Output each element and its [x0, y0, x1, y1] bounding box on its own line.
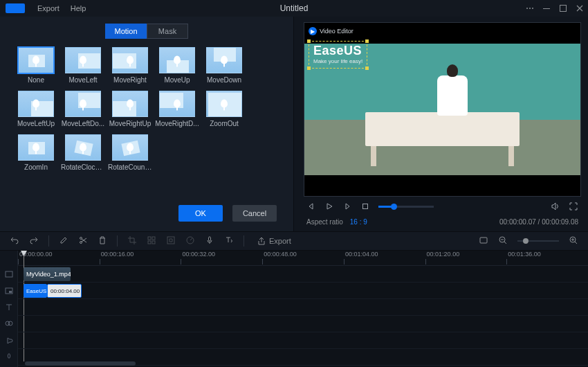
ruler-tick: 00:00:16.00: [100, 251, 181, 265]
motion-item-moveleftdown[interactable]: MoveLeftDo...: [61, 91, 105, 127]
prev-frame-icon[interactable]: [306, 202, 316, 211]
track-head-video-icon[interactable]: [0, 266, 17, 283]
text-clip-easeus[interactable]: EaseUS: [24, 284, 47, 298]
motion-item-rotatecount[interactable]: RotateCount...: [108, 134, 152, 171]
motion-label: RotateCount...: [108, 163, 152, 171]
tab-mask[interactable]: Mask: [147, 24, 188, 39]
edit-icon[interactable]: [59, 235, 68, 247]
zoom-in-icon[interactable]: [569, 235, 578, 247]
zoom-slider[interactable]: [517, 240, 559, 242]
cancel-button[interactable]: Cancel: [232, 205, 277, 222]
motion-item-zoomout[interactable]: ZoomOut: [202, 91, 246, 127]
svg-point-22: [8, 321, 12, 325]
svg-rect-10: [148, 241, 151, 244]
track-video[interactable]: MyVideo_1.mp4: [18, 266, 588, 283]
minimize-icon[interactable]: [542, 4, 551, 12]
export-button[interactable]: Export: [257, 236, 291, 246]
motion-item-rotateclock45[interactable]: RotateClock45: [61, 134, 105, 171]
svg-rect-5: [363, 204, 368, 209]
svg-rect-18: [6, 271, 12, 277]
motion-item-zoomin[interactable]: ZoomIn: [14, 134, 58, 171]
motion-item-none[interactable]: None: [14, 47, 58, 84]
track-head-filter-icon[interactable]: [0, 316, 17, 332]
close-icon[interactable]: [576, 4, 584, 12]
preview-pane: ▶Video Editor EaseUS Make your life easy…: [294, 17, 588, 231]
motion-item-moveleft[interactable]: MoveLeft: [61, 47, 105, 84]
track-filter[interactable]: [18, 316, 588, 332]
track-pip[interactable]: EaseUS 00:00:04.00: [18, 283, 588, 299]
mosaic-icon[interactable]: [147, 235, 156, 247]
ok-button[interactable]: OK: [178, 205, 223, 222]
marker-icon[interactable]: [479, 235, 488, 247]
motion-label: None: [14, 76, 58, 84]
motion-item-moveleftup[interactable]: MoveLeftUp: [14, 91, 58, 127]
motion-label: MoveLeftDo...: [61, 120, 105, 127]
speaker-icon[interactable]: [551, 202, 560, 211]
motion-label: RotateClock45: [61, 163, 105, 171]
aspect-value[interactable]: 16 : 9: [350, 218, 367, 226]
tracks-area[interactable]: 00:00:00.00 00:00:16.00 00:00:32.00 00:0…: [18, 251, 588, 367]
svg-point-2: [532, 8, 533, 9]
track-head-audio-icon[interactable]: [0, 332, 17, 349]
preview-meta: Aspect ratio 16 : 9 00:00:00.07 / 00:00:…: [304, 216, 581, 229]
overlay-text-line1: EaseUS: [313, 44, 362, 58]
motion-panel: Motion Mask None MoveLeft MoveRight Move…: [0, 17, 294, 231]
time-ruler[interactable]: 00:00:00.00 00:00:16.00 00:00:32.00 00:0…: [18, 251, 588, 266]
track-head-voice-icon[interactable]: [0, 349, 17, 366]
ruler-tick: 00:01:20.00: [425, 251, 507, 265]
motion-label: MoveLeftUp: [14, 120, 58, 127]
crop-icon[interactable]: [127, 235, 137, 247]
svg-point-1: [529, 8, 531, 9]
svg-point-0: [526, 8, 528, 9]
delete-icon[interactable]: [98, 235, 107, 247]
ruler-tick: 00:00:00.00: [18, 251, 100, 265]
track-head-pip-icon[interactable]: [0, 283, 17, 299]
svg-rect-20: [9, 291, 12, 293]
motion-item-moveright[interactable]: MoveRight: [108, 47, 152, 84]
voiceover-icon[interactable]: [205, 235, 214, 247]
text-overlay-selection[interactable]: EaseUS Make your life easy!: [309, 41, 367, 69]
redo-icon[interactable]: [29, 235, 39, 247]
track-audio[interactable]: [18, 332, 588, 349]
timeline-toolbar: Export: [0, 231, 588, 251]
volume-slider[interactable]: [378, 206, 434, 208]
menu-export[interactable]: Export: [37, 4, 59, 12]
ruler-tick: 00:00:32.00: [181, 251, 262, 265]
tab-motion[interactable]: Motion: [105, 24, 147, 39]
motion-item-moverightdown[interactable]: MoveRightD...: [155, 91, 199, 127]
menu-help[interactable]: Help: [71, 4, 86, 12]
video-clip[interactable]: MyVideo_1.mp4: [24, 267, 71, 281]
more-icon[interactable]: [526, 4, 534, 12]
speed-icon[interactable]: [185, 235, 195, 247]
motion-label: MoveRightD...: [155, 120, 199, 127]
horizontal-scrollbar[interactable]: [25, 361, 136, 366]
timeline: 00:00:00.00 00:00:16.00 00:00:32.00 00:0…: [0, 251, 588, 367]
split-scissors-icon[interactable]: [78, 235, 88, 247]
stop-icon[interactable]: [360, 202, 370, 211]
track-head-text-icon[interactable]: [0, 299, 17, 316]
motion-item-moveup[interactable]: MoveUp: [155, 47, 199, 84]
ruler-tick: 00:01:04.00: [344, 251, 425, 265]
play-icon[interactable]: [324, 202, 334, 211]
track-text[interactable]: [18, 299, 588, 316]
preview-viewport[interactable]: ▶Video Editor EaseUS Make your life easy…: [304, 22, 581, 197]
motion-item-moverightup[interactable]: MoveRightUp: [108, 91, 152, 127]
svg-rect-23: [8, 354, 10, 358]
maximize-icon[interactable]: [559, 4, 567, 12]
ruler-tick: 00:01:36.00: [506, 251, 588, 265]
text-clip-timecode[interactable]: 00:00:04.00: [47, 284, 82, 298]
ruler-tick: 00:00:48.00: [262, 251, 344, 265]
next-frame-icon[interactable]: [342, 202, 352, 211]
motion-label: MoveLeft: [61, 76, 105, 84]
zoom-crop-icon[interactable]: [166, 235, 176, 247]
aspect-label: Aspect ratio: [306, 218, 343, 226]
overlay-text-line2: Make your life easy!: [313, 58, 362, 64]
fullscreen-icon[interactable]: [569, 202, 578, 211]
undo-icon[interactable]: [10, 235, 19, 247]
text-to-speech-icon[interactable]: [224, 235, 234, 247]
motion-item-movedown[interactable]: MoveDown: [202, 47, 246, 84]
motion-label: ZoomIn: [14, 163, 58, 171]
motion-label: MoveRight: [108, 76, 152, 84]
zoom-out-icon[interactable]: [498, 235, 508, 247]
timecode: 00:00:00.07 / 00:00:09.08: [499, 218, 578, 226]
